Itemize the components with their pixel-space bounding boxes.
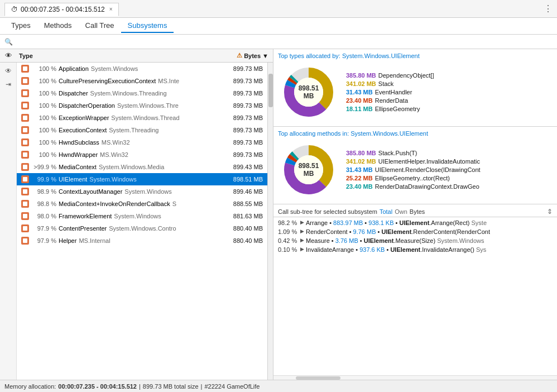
nav-tabs: Types Methods Call Tree Subsystems bbox=[0, 18, 557, 35]
table-body[interactable]: 100 % Application System.Windows 899.73 … bbox=[17, 63, 267, 380]
subtree-header: Call sub-tree for selected subsystem Tot… bbox=[273, 207, 557, 217]
row-type-name: ContentPresenter System.Windows.Contro bbox=[59, 225, 225, 232]
type-ns: System.Threading bbox=[109, 127, 159, 133]
tab-calltree[interactable]: Call Tree bbox=[79, 19, 121, 33]
table-row[interactable]: 97.9 % Helper MS.Internal 880.40 MB bbox=[17, 235, 267, 247]
top-types-chart bbox=[278, 61, 339, 123]
type-name: Helper bbox=[59, 237, 76, 244]
row-icon bbox=[17, 200, 33, 208]
type-ns: S bbox=[172, 200, 176, 207]
type-name: ContentPresenter bbox=[59, 225, 107, 232]
row-pct: 100 % bbox=[33, 65, 59, 72]
bytes-column-header[interactable]: ⚠ Bytes ▼ bbox=[217, 52, 273, 59]
scrollbar[interactable] bbox=[267, 63, 273, 380]
table-row[interactable]: 100 % DispatcherOperation System.Windows… bbox=[17, 99, 267, 112]
type-ns: MS.Inte bbox=[158, 78, 179, 84]
legend-item: 341.02 MB UIElementHelper.InvalidateAuto… bbox=[346, 158, 481, 165]
type-ns: System.Windows bbox=[114, 213, 161, 219]
table-row[interactable]: 100 % Application System.Windows 899.73 … bbox=[17, 63, 267, 75]
status-total: 899.73 MB total size bbox=[143, 383, 199, 390]
table-row[interactable]: 100 % ExceptionWrapper System.Windows.Th… bbox=[17, 112, 267, 124]
svg-point-6 bbox=[294, 78, 323, 107]
type-chip bbox=[21, 212, 29, 220]
row-pct: 100 % bbox=[33, 102, 59, 109]
subtree-row[interactable]: 0.10 %▶InvalidateArrange • 937.6 KB • UI… bbox=[278, 245, 553, 254]
row-type-name: MediaContext System.Windows.Media bbox=[59, 164, 225, 170]
tab-close-button[interactable]: × bbox=[109, 6, 113, 12]
table-row[interactable]: 100 % Dispatcher System.Windows.Threadin… bbox=[17, 87, 267, 99]
row-bytes: 899.73 MB bbox=[225, 90, 267, 97]
row-bytes: 898.51 MB bbox=[225, 176, 267, 183]
subtree-own-button[interactable]: Own bbox=[395, 208, 407, 215]
row-icon bbox=[17, 237, 33, 245]
table-row[interactable]: 97.9 % ContentPresenter System.Windows.C… bbox=[17, 222, 267, 235]
top-types-legend: 385.80 MB DependencyObject[]341.02 MB St… bbox=[346, 72, 434, 112]
table-row[interactable]: 100 % CulturePreservingExecutionContext … bbox=[17, 75, 267, 87]
table-row[interactable]: 100 % HwndWrapper MS.Win32 899.73 MB bbox=[17, 149, 267, 161]
subtree-label: Call sub-tree for selected subsystem bbox=[278, 208, 377, 215]
right-panel: Top types allocated by: System.Windows.U… bbox=[273, 49, 557, 380]
type-name: MediaContext+InvokeOnRenderCallback bbox=[59, 200, 170, 207]
subtree-row[interactable]: 1.09 %▶RenderContent • 9.76 MB • UIEleme… bbox=[278, 227, 553, 236]
table-row[interactable]: 98.0 % FrameworkElement System.Windows 8… bbox=[17, 210, 267, 222]
legend-item: 23.40 MB RenderData bbox=[346, 97, 434, 104]
row-pct: 100 % bbox=[33, 114, 59, 121]
type-chip bbox=[21, 224, 29, 232]
top-methods-donut: 898.51 MB bbox=[278, 139, 339, 200]
row-icon bbox=[17, 126, 33, 134]
type-chip bbox=[21, 138, 29, 146]
top-types-donut: 898.51 MB bbox=[278, 61, 339, 123]
row-bytes: 888.55 MB bbox=[225, 200, 267, 207]
subtree-scrollbar[interactable] bbox=[273, 375, 557, 380]
type-chip bbox=[21, 200, 29, 208]
search-input[interactable] bbox=[15, 38, 553, 46]
top-methods-legend: 385.80 MB Stack.Push(T)341.02 MB UIEleme… bbox=[346, 150, 481, 190]
status-session: #22224 GameOfLife bbox=[204, 383, 260, 390]
subtree-total-button[interactable]: Total bbox=[380, 208, 392, 215]
table-row[interactable]: 99.9 % UIElement System.Windows 898.51 M… bbox=[17, 173, 267, 185]
status-range: 00:00:07.235 - 00:04:15.512 bbox=[58, 383, 137, 390]
subtree-row[interactable]: 0.42 %▶Measure • 3.76 MB • UIElement.Mea… bbox=[278, 236, 553, 245]
main-tab[interactable]: ⏱ 00:00:07.235 - 00:04:15.512 × bbox=[4, 3, 119, 16]
row-type-name: ExceptionWrapper System.Windows.Thread bbox=[59, 114, 225, 121]
eye-column-header: 👁 bbox=[0, 51, 17, 60]
type-ns: System.Windows bbox=[91, 65, 138, 72]
tab-methods[interactable]: Methods bbox=[37, 19, 79, 33]
subtree-body[interactable]: 98.2 %▶Arrange • 883.97 MB • 938.1 KB • … bbox=[273, 217, 557, 375]
row-icon bbox=[17, 89, 33, 97]
legend-item: 341.02 MB Stack bbox=[346, 80, 434, 87]
subtree-row[interactable]: 98.2 %▶Arrange • 883.97 MB • 938.1 KB • … bbox=[278, 218, 553, 227]
scrollbar-thumb[interactable] bbox=[268, 74, 273, 107]
type-ns: MS.Win32 bbox=[100, 151, 128, 158]
tab-subsystems[interactable]: Subsystems bbox=[121, 19, 174, 33]
sidebar-pin-button[interactable]: ⇥ bbox=[2, 78, 15, 90]
table-row[interactable]: 98.8 % MediaContext+InvokeOnRenderCallba… bbox=[17, 198, 267, 210]
table-row[interactable]: 98.9 % ContextLayoutManager System.Windo… bbox=[17, 185, 267, 198]
row-type-name: Dispatcher System.Windows.Threading bbox=[59, 90, 225, 97]
table-row[interactable]: >99.9 % MediaContext System.Windows.Medi… bbox=[17, 161, 267, 173]
row-icon bbox=[17, 188, 33, 195]
legend-item: 385.80 MB Stack.Push(T) bbox=[346, 150, 481, 156]
type-chip bbox=[21, 188, 29, 195]
status-sep1: | bbox=[139, 383, 141, 390]
tab-types[interactable]: Types bbox=[4, 19, 37, 33]
type-ns: MS.Internal bbox=[79, 237, 110, 244]
table-row[interactable]: 100 % HwndSubclass MS.Win32 899.73 MB bbox=[17, 136, 267, 149]
row-bytes: 899.73 MB bbox=[225, 114, 267, 121]
type-name: MediaContext bbox=[59, 164, 97, 170]
row-pct: 100 % bbox=[33, 90, 59, 97]
main-content: 👁 Type ⚠ Bytes ▼ 👁 ⇥ bbox=[0, 49, 557, 380]
subtree-expand-icon[interactable]: ⇕ bbox=[547, 208, 553, 216]
table-row[interactable]: 100 % ExecutionContext System.Threading … bbox=[17, 124, 267, 136]
top-methods-entity: System.Windows.UIElement bbox=[350, 130, 428, 137]
row-type-name: HwndSubclass MS.Win32 bbox=[59, 139, 225, 146]
type-chip bbox=[21, 151, 29, 159]
row-icon bbox=[17, 151, 33, 159]
row-icon bbox=[17, 114, 33, 122]
row-type-name: ContextLayoutManager System.Windows bbox=[59, 188, 225, 195]
tab-bar-more-button[interactable]: ⋮ bbox=[544, 3, 553, 14]
type-name: HwndWrapper bbox=[59, 151, 98, 158]
legend-item: 31.43 MB EventHandler bbox=[346, 89, 434, 95]
sidebar-eye-button[interactable]: 👁 bbox=[2, 65, 15, 77]
row-pct: 100 % bbox=[33, 127, 59, 133]
